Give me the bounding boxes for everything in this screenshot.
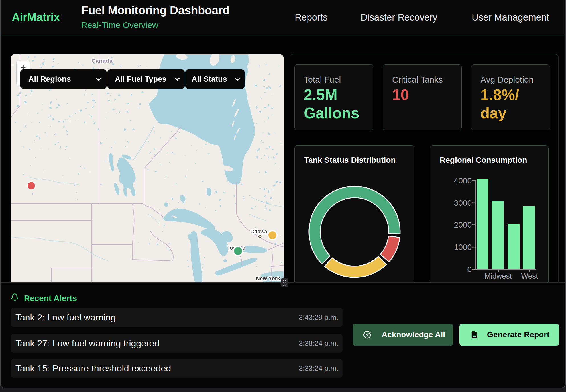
svg-text:New York: New York: [256, 275, 280, 281]
svg-text:Ottawa: Ottawa: [250, 228, 268, 234]
svg-text:West: West: [521, 272, 538, 280]
svg-text:0: 0: [467, 265, 472, 274]
svg-text:3000: 3000: [454, 199, 472, 207]
svg-text:Midwest: Midwest: [484, 272, 512, 280]
svg-text:Canada: Canada: [91, 58, 113, 64]
svg-text:4000: 4000: [454, 176, 472, 185]
svg-text:1000: 1000: [454, 243, 472, 252]
svg-text:2000: 2000: [454, 220, 472, 229]
